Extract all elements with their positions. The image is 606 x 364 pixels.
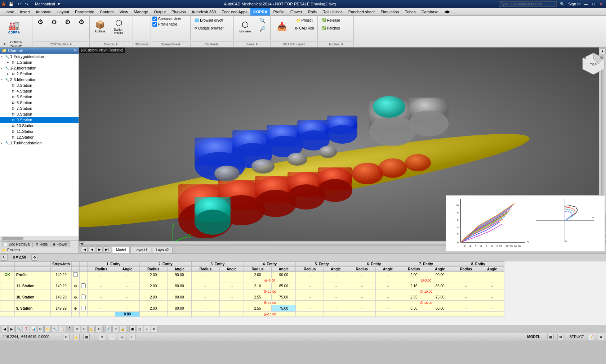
cell-10-icon2[interactable] xyxy=(79,294,87,301)
zoom-btn-2[interactable]: 🔎 xyxy=(256,25,269,33)
prev-btn[interactable]: ◀ xyxy=(1,326,8,332)
util-btn-4[interactable]: ⚙ xyxy=(75,17,88,27)
tab-layout2[interactable]: Layout2 xyxy=(152,247,173,253)
menu-profile[interactable]: Profile xyxy=(270,8,287,15)
tree-item-s5[interactable]: ⚙ 5.Station xyxy=(0,94,79,100)
grid-btn[interactable]: ⊞ xyxy=(557,334,564,340)
menu-featured[interactable]: Featured Apps xyxy=(219,8,250,15)
browser-on-off-button[interactable]: 🌐 Browser on/off xyxy=(192,17,226,24)
tools-btn11[interactable]: ≡ xyxy=(95,326,102,332)
close-button[interactable]: ✕ xyxy=(598,1,604,7)
tree-item-s9[interactable]: ⚙ 9.Station xyxy=(0,117,79,123)
tab-next[interactable]: ▶ xyxy=(96,246,103,253)
tools-btn16[interactable]: ◻ xyxy=(137,326,143,332)
ortho-btn[interactable]: ⊥ xyxy=(109,334,115,340)
tree-item-s12[interactable]: ⚙ 12.Station xyxy=(0,134,79,140)
cell-11-icon1[interactable]: ⚙ xyxy=(71,283,79,289)
tree-item-s11[interactable]: ⚙ 11.Station xyxy=(0,129,79,134)
view-btn1[interactable]: 📐 xyxy=(73,334,80,340)
osnap-btn[interactable]: ⊡ xyxy=(129,334,135,340)
tree-item-s1-2[interactable]: ▸ 🔧 1-2.Idlerstation xyxy=(0,65,79,71)
menu-rolls[interactable]: Rolls xyxy=(305,8,320,15)
menu-tubes[interactable]: Tubes xyxy=(402,8,418,15)
snap-btn[interactable]: ⊕ xyxy=(99,334,105,340)
tree-item-turk[interactable]: ▸ 🔧 1.Turkheadstation xyxy=(0,140,79,146)
patches-button[interactable]: ✅ Patches xyxy=(319,24,342,32)
project-button[interactable]: 📁 Project xyxy=(293,17,316,24)
tools-btn9[interactable]: ✂ xyxy=(81,326,88,332)
menu-view[interactable]: View xyxy=(117,8,131,15)
menu-annotate[interactable]: Annotate xyxy=(33,8,54,15)
vp-btn[interactable]: ▦ xyxy=(547,334,554,340)
sign-in-label[interactable]: Sign In xyxy=(568,2,580,6)
tools-btn3[interactable]: 📊 xyxy=(30,326,36,332)
tab-model[interactable]: Model xyxy=(112,247,130,253)
tools-btn8[interactable]: ⊕ xyxy=(74,326,80,332)
maximize-button[interactable]: □ xyxy=(591,1,596,6)
tools-btn12[interactable]: 🔗 xyxy=(105,326,112,332)
coord-icon[interactable]: ⊕ xyxy=(63,334,70,340)
menu-home[interactable]: Home xyxy=(1,8,17,15)
workspace-btn[interactable]: ⚙ xyxy=(598,334,604,340)
menu-roll-utilities[interactable]: Roll utilities xyxy=(320,8,346,15)
cell-11-icon2[interactable] xyxy=(79,283,87,289)
tools-btn6[interactable]: 🔧 xyxy=(52,326,58,332)
tools-btn2[interactable]: ❓ xyxy=(23,326,29,332)
data-table-container[interactable]: Stripwidth 1. Entity 2. Entity 3. Entity… xyxy=(0,261,606,325)
menu-content[interactable]: Content xyxy=(97,8,117,15)
menu-autodesk360[interactable]: Autodesk 360 xyxy=(189,8,219,15)
menu-insert[interactable]: Insert xyxy=(17,8,33,15)
util-btn-1[interactable]: ⚙ xyxy=(34,17,47,27)
panel-close-button[interactable]: ✕ xyxy=(73,48,77,53)
view-btn2[interactable]: ▦ xyxy=(83,334,90,340)
menu-copra[interactable]: COPRA xyxy=(250,8,271,15)
tools-btn15[interactable]: ◼ xyxy=(129,326,136,332)
compact-view-check[interactable]: Compact view xyxy=(152,17,181,21)
archive-button[interactable]: 📦 Archive xyxy=(91,17,108,36)
tab-prev[interactable]: ◀ xyxy=(89,246,95,253)
workspace-dropdown-icon[interactable]: ▼ xyxy=(57,2,61,6)
table-row-station-11[interactable]: 11. Station 149.29 ⚙ -- -- 2.00 80.00 --… xyxy=(0,283,504,289)
save-button[interactable]: 💾 xyxy=(7,1,15,7)
tools-btn14[interactable]: 🔒 xyxy=(120,326,126,332)
annotation-btn[interactable]: 📝 xyxy=(588,334,594,340)
update-browser-button[interactable]: ↻ Update browser xyxy=(192,24,226,32)
menu-flower[interactable]: Flower xyxy=(288,8,305,15)
tools-btn10[interactable]: 📐 xyxy=(88,326,95,332)
fea-import-button[interactable]: 📥 xyxy=(272,17,292,36)
menu-extra[interactable]: ◀▶ xyxy=(441,8,453,15)
tree-item-s10[interactable]: ⚙ 10.Station xyxy=(0,123,79,129)
cell-profile-icon1[interactable] xyxy=(71,272,79,278)
tree-item-s2-3[interactable]: ▸ 🔧 2-3.Idlerstation xyxy=(0,77,79,82)
next-btn[interactable]: ▶ xyxy=(8,326,15,332)
menu-plugins[interactable]: Plug-ins xyxy=(169,8,189,15)
tree-item-s3[interactable]: ⚙ 3.Station xyxy=(0,82,79,88)
tab-flower[interactable]: ❀ Flower xyxy=(50,241,70,247)
tools-btn4[interactable]: ⚙ xyxy=(37,326,44,332)
undo-button[interactable]: ↩ xyxy=(16,1,22,7)
settings-btn[interactable]: ⚙ xyxy=(31,254,38,261)
iso-view-button[interactable]: ⬡ Iso view xyxy=(235,17,255,36)
minimize-button[interactable]: — xyxy=(582,1,589,6)
profile-table-check[interactable]: Profile table xyxy=(152,22,181,27)
tab-left-nav[interactable]: |◀ xyxy=(81,246,88,253)
tree-item-s2[interactable]: ▸ ⚙ 2.Station xyxy=(0,71,79,77)
cell-9-icon1[interactable]: ⚙ xyxy=(71,305,79,312)
menu-database[interactable]: Database xyxy=(419,8,441,15)
menu-manage[interactable]: Manage xyxy=(131,8,151,15)
release-button[interactable]: ✅ Release xyxy=(319,17,342,24)
table-row-station-10[interactable]: 10. Station 149.29 ⚙ -- -- 2.00 80.00 --… xyxy=(0,294,504,301)
navigation-cube[interactable]: TOP W N WCS xyxy=(581,51,602,80)
tab-right-nav[interactable]: ▶| xyxy=(104,246,110,253)
tab-rolls[interactable]: ⚙ Rolls xyxy=(33,241,50,247)
menu-punched-sheet[interactable]: Punched sheet xyxy=(346,8,378,15)
projects-tab[interactable]: 📁 Projects xyxy=(0,247,79,253)
tools-btn17[interactable]: ⊞ xyxy=(144,326,150,332)
tree-item-s4[interactable]: ⚙ 4.Station xyxy=(0,88,79,94)
tree-container[interactable]: ▸ 🔧 1.Entryguidestation ▸ ⚙ 1.Station ▸ … xyxy=(0,54,79,236)
tree-item-s8[interactable]: ⚙ 8.Station xyxy=(0,111,79,117)
tab-layout1[interactable]: Layout1 xyxy=(130,247,151,253)
cell-10-icon1[interactable]: ⚙ xyxy=(71,294,79,301)
search-input[interactable] xyxy=(499,1,557,7)
switch-2d3d-button[interactable]: ⬡ Switch 2D/3D xyxy=(109,17,128,36)
